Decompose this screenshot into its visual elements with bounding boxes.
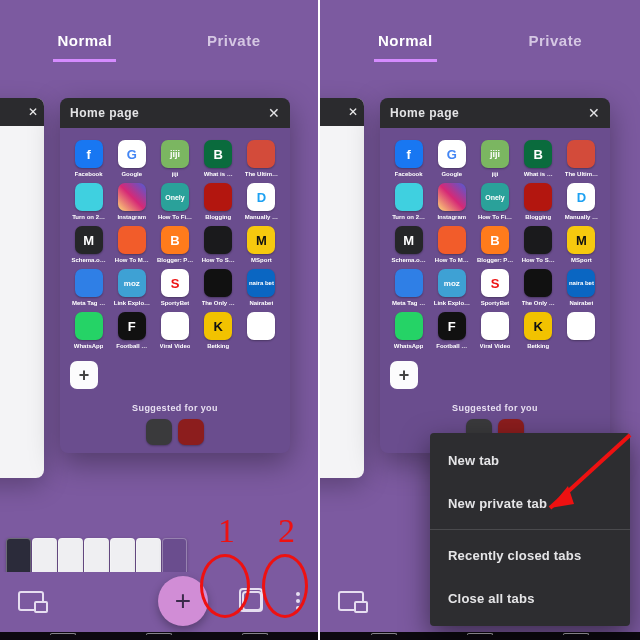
menu-close-all[interactable]: Close all tabs: [430, 577, 630, 620]
speed-dial-app[interactable]: Turn on 2…: [388, 183, 429, 220]
speed-dial-app[interactable]: Blogging: [198, 183, 239, 220]
speed-dial-app[interactable]: Instagram: [431, 183, 472, 220]
peek-text-line: ou: [0, 247, 40, 260]
speed-dial-app[interactable]: jijijiji: [154, 140, 195, 177]
new-tab-fab[interactable]: +: [158, 576, 208, 626]
suggested-icon[interactable]: [178, 419, 204, 445]
add-tile-button[interactable]: +: [70, 361, 98, 389]
speed-dial-app[interactable]: WhatsApp: [68, 312, 109, 349]
peek-card[interactable]: ✕ e offerscksackingprivateyou haveouom i…: [0, 98, 44, 478]
tab-thumbnail[interactable]: [162, 538, 187, 572]
speed-dial-app[interactable]: fFacebook: [68, 140, 109, 177]
app-icon: naira bet: [247, 269, 275, 297]
close-icon[interactable]: ✕: [28, 105, 38, 119]
speed-dial-app[interactable]: DManually …: [561, 183, 602, 220]
speed-dial-app[interactable]: mozLink Explo…: [431, 269, 472, 306]
speed-dial-app[interactable]: GGoogle: [111, 140, 152, 177]
speed-dial-app[interactable]: The Ultim…: [241, 140, 282, 177]
speed-dial-app[interactable]: How To M…: [431, 226, 472, 263]
speed-dial-app[interactable]: [241, 312, 282, 349]
speed-dial-app[interactable]: KBetking: [518, 312, 559, 349]
speed-dial-grid: fFacebookGGooglejijijijiBWhat is …The Ul…: [60, 128, 290, 353]
close-icon[interactable]: ✕: [268, 105, 280, 121]
peek-text-line: ome and: [320, 288, 360, 301]
speed-dial-app[interactable]: Blogging: [518, 183, 559, 220]
speed-dial-app[interactable]: MMSport: [561, 226, 602, 263]
app-label: Schema.o…: [71, 257, 105, 263]
close-icon[interactable]: ✕: [588, 105, 600, 121]
tab-private[interactable]: Private: [525, 26, 587, 62]
speed-dial-app[interactable]: Meta Tag …: [68, 269, 109, 306]
speed-dial-app[interactable]: KBetking: [198, 312, 239, 349]
speed-dial-app[interactable]: mozLink Explo…: [111, 269, 152, 306]
cast-icon[interactable]: [18, 591, 44, 611]
menu-new-private-tab[interactable]: New private tab: [430, 482, 630, 525]
speed-dial-app[interactable]: WhatsApp: [388, 312, 429, 349]
app-icon: S: [481, 269, 509, 297]
tab-card-home[interactable]: Home page ✕ fFacebookGGooglejijijijiBWha…: [60, 98, 290, 453]
app-icon: [204, 269, 232, 297]
speed-dial-app[interactable]: BWhat is …: [518, 140, 559, 177]
speed-dial-app[interactable]: DManually …: [241, 183, 282, 220]
speed-dial-app[interactable]: Instagram: [111, 183, 152, 220]
add-tile-button[interactable]: +: [390, 361, 418, 389]
tab-thumbnail[interactable]: [32, 538, 57, 572]
tabs-icon[interactable]: [242, 591, 262, 611]
app-label: SportyBet: [481, 300, 510, 306]
tab-normal[interactable]: Normal: [374, 26, 437, 62]
menu-new-tab[interactable]: New tab: [430, 439, 630, 482]
speed-dial-app[interactable]: naira betNairabet: [241, 269, 282, 306]
speed-dial-app[interactable]: Viral Video: [154, 312, 195, 349]
app-label: Football …: [116, 343, 147, 349]
peek-card[interactable]: ✕ e offerscksackingprivateyou haveouom i…: [320, 98, 364, 478]
speed-dial-app[interactable]: MMSport: [241, 226, 282, 263]
app-icon: B: [524, 140, 552, 168]
close-icon[interactable]: ✕: [348, 105, 358, 119]
tab-private[interactable]: Private: [203, 26, 265, 62]
speed-dial-app[interactable]: SSportyBet: [474, 269, 515, 306]
speed-dial-app[interactable]: jijijiji: [474, 140, 515, 177]
tab-thumbnail[interactable]: [84, 538, 109, 572]
speed-dial-app[interactable]: BBlogger: P…: [154, 226, 195, 263]
speed-dial-app[interactable]: OnelyHow To Fi…: [154, 183, 195, 220]
speed-dial-app[interactable]: The Only …: [198, 269, 239, 306]
speed-dial-app[interactable]: FFootball …: [111, 312, 152, 349]
speed-dial-app[interactable]: BWhat is …: [198, 140, 239, 177]
tab-thumbnail[interactable]: [58, 538, 83, 572]
speed-dial-app[interactable]: How To M…: [111, 226, 152, 263]
app-label: Viral Video: [480, 343, 511, 349]
speed-dial-app[interactable]: fFacebook: [388, 140, 429, 177]
speed-dial-app[interactable]: MSchema.o…: [68, 226, 109, 263]
app-icon: M: [75, 226, 103, 254]
tab-card-home[interactable]: Home page ✕ fFacebookGGooglejijijijiBWha…: [380, 98, 610, 453]
speed-dial-app[interactable]: OnelyHow To Fi…: [474, 183, 515, 220]
speed-dial-app[interactable]: Viral Video: [474, 312, 515, 349]
speed-dial-app[interactable]: [561, 312, 602, 349]
app-label: jiji: [172, 171, 179, 177]
more-icon[interactable]: [296, 592, 300, 610]
speed-dial-app[interactable]: Turn on 2…: [68, 183, 109, 220]
speed-dial-app[interactable]: naira betNairabet: [561, 269, 602, 306]
tab-thumb-strip[interactable]: [6, 532, 187, 572]
speed-dial-app[interactable]: MSchema.o…: [388, 226, 429, 263]
speed-dial-app[interactable]: How To S…: [198, 226, 239, 263]
app-icon: M: [247, 226, 275, 254]
app-icon: [118, 183, 146, 211]
menu-recently-closed[interactable]: Recently closed tabs: [430, 534, 630, 577]
speed-dial-app[interactable]: How To S…: [518, 226, 559, 263]
card-title: Home page: [390, 106, 459, 120]
speed-dial-app[interactable]: BBlogger: P…: [474, 226, 515, 263]
speed-dial-app[interactable]: Meta Tag …: [388, 269, 429, 306]
tab-thumbnail[interactable]: [110, 538, 135, 572]
tab-normal[interactable]: Normal: [53, 26, 116, 62]
tab-thumbnail[interactable]: [6, 538, 31, 572]
speed-dial-app[interactable]: The Only …: [518, 269, 559, 306]
speed-dial-app[interactable]: FFootball …: [431, 312, 472, 349]
suggested-icon[interactable]: [146, 419, 172, 445]
tab-thumbnail[interactable]: [136, 538, 161, 572]
speed-dial-app[interactable]: GGoogle: [431, 140, 472, 177]
speed-dial-app[interactable]: The Ultim…: [561, 140, 602, 177]
speed-dial-app[interactable]: SSportyBet: [154, 269, 195, 306]
app-icon: M: [567, 226, 595, 254]
cast-icon[interactable]: [338, 591, 364, 611]
